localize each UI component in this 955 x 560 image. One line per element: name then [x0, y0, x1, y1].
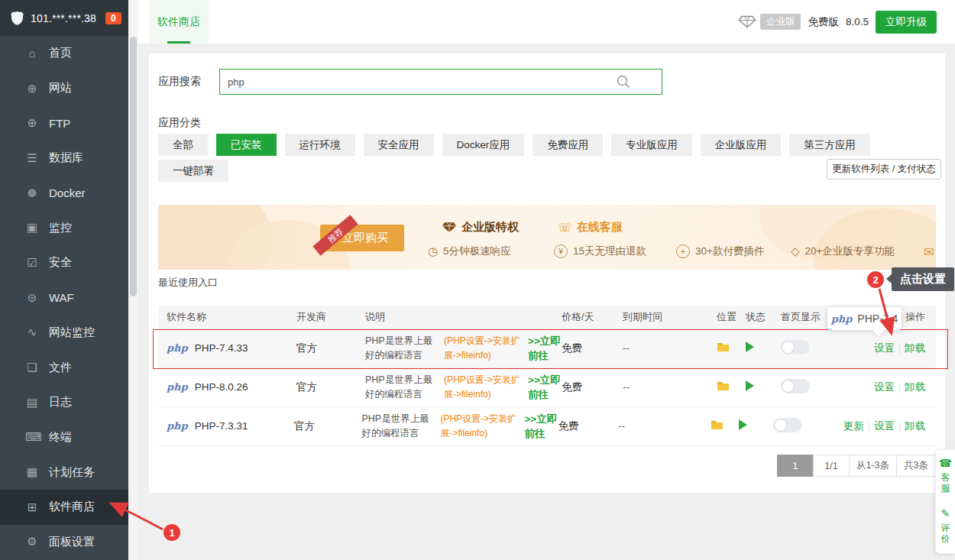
total-count-indicator: 共3条: [896, 455, 936, 477]
diamond-icon: [738, 15, 756, 28]
tab-app-store[interactable]: 软件商店: [149, 0, 209, 44]
sidebar-item-home[interactable]: ⌂首页: [0, 36, 128, 71]
annotation-click-settings-tooltip: 点击设置: [892, 267, 954, 291]
upgrade-button[interactable]: 立即升级: [876, 11, 937, 34]
mail-icon[interactable]: ✉: [924, 244, 934, 261]
review-label[interactable]: 评价: [940, 523, 950, 544]
uninstall-link[interactable]: 卸载: [905, 420, 925, 432]
sidebar-item-logs[interactable]: ▤日志: [0, 385, 128, 420]
category-docker-apps[interactable]: Docker应用: [442, 134, 525, 156]
home-display-toggle[interactable]: [781, 340, 810, 354]
desc-go-link[interactable]: >>立即前往: [528, 373, 562, 402]
uninstall-link[interactable]: 卸载: [905, 381, 925, 393]
customer-service-icon[interactable]: ☎: [939, 457, 952, 469]
category-runtime[interactable]: 运行环境: [285, 134, 355, 156]
topbar: 软件商店 企业版 免费版 8.0.5 立即升级: [138, 0, 955, 44]
desc-hint: (PHP设置->安装扩展->fileinfo): [444, 373, 528, 402]
logs-icon: ▤: [25, 396, 39, 409]
chat-icon: ☏: [558, 221, 572, 235]
message-count-badge[interactable]: 0: [105, 12, 121, 24]
location-folder-icon[interactable]: [717, 342, 746, 354]
price: 免费: [562, 380, 623, 394]
app-name: PHP-7.4.33: [195, 342, 248, 354]
gear-icon: ⚙: [25, 535, 39, 549]
expire: --: [618, 420, 711, 432]
page-1-button[interactable]: 1: [777, 455, 814, 477]
update-link[interactable]: 更新: [843, 420, 864, 432]
table-row-php-8026: phpPHP-8.0.26 官方 PHP是世界上最好的编程语言 (PHP设置->…: [158, 367, 936, 407]
annotation-step-1: 1: [163, 524, 180, 541]
php-version-tooltip: php PHP-7.4: [827, 307, 902, 330]
sidebar-item-terminal[interactable]: ⌨终端: [0, 420, 128, 455]
vendor: 官方: [294, 419, 361, 433]
sidebar-item-panel-settings[interactable]: ⚙面板设置: [0, 525, 128, 560]
col-name: 软件名称: [158, 310, 296, 324]
home-icon: ⌂: [25, 47, 39, 60]
sidebar-scrollbar[interactable]: [128, 0, 138, 560]
desc-go-link[interactable]: >>立即前往: [524, 412, 558, 441]
page-of-indicator[interactable]: 1/1: [813, 455, 850, 477]
category-security-apps[interactable]: 安全应用: [364, 134, 434, 156]
review-icon[interactable]: ✎: [941, 507, 950, 520]
uninstall-link[interactable]: 卸载: [905, 342, 925, 354]
sidebar-item-site-monitor[interactable]: ∿网站监控: [0, 316, 128, 351]
service-running-icon[interactable]: [746, 380, 754, 391]
sidebar-item-monitor[interactable]: ▣监控: [0, 210, 128, 245]
app-store-card: 应用搜索 应用分类 全部 已安装 运行环境 安全应用 Docker应用 免费应用…: [149, 53, 945, 493]
category-installed[interactable]: 已安装: [216, 134, 277, 156]
settings-link[interactable]: 设置: [874, 381, 895, 393]
settings-link[interactable]: 设置: [874, 420, 895, 432]
settings-link[interactable]: 设置: [874, 342, 895, 354]
category-one-click-deploy[interactable]: 一键部署: [158, 160, 228, 182]
diamond-icon: [442, 222, 457, 233]
category-all[interactable]: 全部: [158, 134, 208, 156]
sidebar-item-cron[interactable]: ▦计划任务: [0, 455, 128, 490]
enterprise-privilege-title: 企业版特权: [442, 220, 519, 235]
edition-area: 企业版 免费版 8.0.5 立即升级: [738, 0, 937, 44]
server-ip: 101.***.***.38: [31, 12, 96, 24]
desc-hint: (PHP设置->安装扩展->fileinfo): [444, 334, 528, 363]
sidebar-item-database[interactable]: ☰数据库: [0, 141, 128, 176]
sidebar-item-files[interactable]: ❏文件: [0, 350, 128, 385]
search-label: 应用搜索: [158, 75, 201, 89]
page-range-indicator: 从1-3条: [849, 455, 897, 477]
desc-go-link[interactable]: >>立即前往: [528, 334, 562, 363]
update-list-button[interactable]: 更新软件列表 / 支付状态: [827, 159, 941, 180]
col-expire: 到期时间: [623, 310, 717, 324]
sidebar-item-ftp[interactable]: ⊕FTP: [0, 105, 128, 141]
main-content: 软件商店 企业版 免费版 8.0.5 立即升级 应用搜索 应用分类 全部 已安装…: [138, 0, 955, 560]
sidebar-item-app-store[interactable]: ⊞软件商店: [0, 490, 128, 525]
service-running-icon[interactable]: [739, 419, 747, 430]
category-pro-apps[interactable]: 专业版应用: [611, 134, 692, 156]
php-icon: php: [831, 313, 853, 325]
category-free-apps[interactable]: 免费应用: [533, 134, 603, 156]
home-display-toggle[interactable]: [773, 418, 802, 432]
shield-icon: ☑: [25, 256, 39, 270]
ftp-icon: ⊕: [25, 116, 39, 130]
category-thirdparty-apps[interactable]: 第三方应用: [789, 134, 870, 156]
app-name: PHP-7.3.31: [195, 420, 248, 432]
category-enterprise-apps[interactable]: 企业版应用: [701, 134, 782, 156]
sidebar: 101.***.***.38 0 ⌂首页 ⊕网站 ⊕FTP ☰数据库 ☸Dock…: [0, 0, 128, 560]
desc-text: PHP是世界上最好的编程语言: [361, 412, 435, 441]
location-folder-icon[interactable]: [717, 380, 746, 393]
desc-text: PHP是世界上最好的编程语言: [365, 373, 439, 402]
php-icon: php: [167, 381, 188, 393]
docker-icon: ☸: [25, 186, 39, 200]
search-icon[interactable]: [617, 75, 630, 92]
sidebar-item-waf[interactable]: ⊜WAF: [0, 280, 128, 316]
home-display-toggle[interactable]: [781, 379, 810, 393]
scrollbar-thumb[interactable]: [130, 37, 137, 296]
service-running-icon[interactable]: [746, 342, 754, 352]
search-input[interactable]: [219, 69, 662, 95]
panel-version: 8.0.5: [846, 16, 869, 28]
sidebar-item-docker[interactable]: ☸Docker: [0, 176, 128, 211]
col-price: 价格/天: [562, 310, 623, 324]
table-row-php-7331: phpPHP-7.3.31 官方 PHP是世界上最好的编程语言 (PHP设置->…: [158, 406, 936, 446]
plugin-icon: +: [676, 244, 690, 258]
online-service-title[interactable]: ☏ 在线客服: [558, 220, 623, 235]
customer-service-label[interactable]: 客服: [940, 472, 950, 494]
sidebar-item-security[interactable]: ☑安全: [0, 245, 128, 280]
location-folder-icon[interactable]: [711, 419, 739, 432]
sidebar-item-website[interactable]: ⊕网站: [0, 71, 128, 106]
